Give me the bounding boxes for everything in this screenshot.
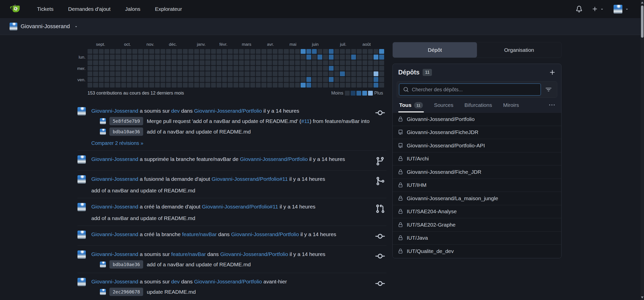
heatmap-cell	[256, 71, 261, 76]
heatmap-cell	[211, 71, 216, 76]
feed-link[interactable]: feature/navBar	[171, 251, 206, 257]
issue-link[interactable]: #11	[301, 118, 309, 124]
feed-link[interactable]: Giovanni-Josserand/Portfolio	[220, 251, 288, 257]
git-branch-icon	[375, 156, 385, 166]
feed-link[interactable]: Giovanni-Josserand	[91, 251, 138, 257]
repo-list-item[interactable]: Giovanni-Josserand/FicheJDR	[393, 126, 561, 139]
user-avatar[interactable]	[100, 262, 106, 268]
heatmap-cell	[245, 71, 249, 76]
heatmap-cell	[93, 60, 98, 65]
scrollbar-down-arrow[interactable]	[641, 296, 643, 298]
feed-link[interactable]: Giovanni-Josserand	[91, 176, 138, 182]
feed-link[interactable]: Giovanni-Josserand/Portfolio#11	[202, 204, 278, 209]
commit-hash-link[interactable]: bdba10ae36	[109, 127, 143, 136]
scrollbar-up-arrow[interactable]	[641, 2, 643, 4]
heatmap-cell	[211, 49, 216, 54]
heatmap-cell	[121, 55, 126, 59]
user-avatar[interactable]	[77, 175, 86, 184]
repo-list-item[interactable]: Giovanni-Josserand/Portfolio-API	[393, 139, 561, 152]
dashboard-switch-tabs: DépôtOrganisation	[392, 42, 561, 58]
user-avatar[interactable]	[77, 203, 86, 211]
gitea-logo-icon[interactable]: h	[10, 3, 21, 15]
commit-hash-link[interactable]: bdba10ae36	[109, 260, 143, 269]
repo-name: IUT/Archi	[407, 156, 429, 162]
nav-item-pull-requests[interactable]: Demandes d'ajout	[61, 0, 118, 18]
repo-list-item[interactable]: Giovanni-Josserand/La_maison_jungle	[393, 192, 561, 205]
repo-list-item[interactable]: Giovanni-Josserand/Fiche_JDR	[393, 165, 561, 179]
feed-link[interactable]: Giovanni-Josserand/Portfolio	[194, 108, 262, 114]
chevron-down-icon[interactable]	[74, 25, 78, 28]
user-avatar[interactable]	[77, 107, 86, 115]
scrollbar-thumb[interactable]	[641, 6, 643, 38]
feed-link[interactable]: Giovanni-Josserand/Portfolio	[231, 231, 299, 237]
heatmap-cell	[278, 71, 283, 76]
repo-list-item[interactable]: IUT/IHM	[393, 179, 561, 192]
repo-list-item[interactable]: IUT/Archi	[393, 152, 561, 166]
scrollbar[interactable]	[640, 0, 644, 300]
repo-filter-sources[interactable]: Sources	[434, 98, 453, 112]
heatmap-cell	[233, 83, 238, 88]
heatmap-cell	[368, 71, 373, 76]
heatmap-cell	[284, 83, 289, 88]
user-avatar[interactable]	[100, 289, 106, 295]
nav-item-milestones[interactable]: Jalons	[118, 0, 148, 18]
feed-link[interactable]: Giovanni-Josserand	[91, 231, 138, 237]
feed-title: Giovanni-Josserand a soumis sur feature/…	[91, 250, 370, 258]
feed-link[interactable]: dev	[171, 108, 180, 114]
commit-hash-link[interactable]: 5e8fd5e7b9	[109, 117, 143, 125]
heatmap-cell	[239, 55, 244, 59]
create-new-button[interactable]	[592, 6, 604, 12]
feed-link[interactable]: dev	[171, 279, 180, 284]
commit-hash-link[interactable]: 2ec2960678	[109, 288, 143, 296]
feed-link[interactable]: Giovanni-Josserand	[91, 156, 138, 162]
user-avatar[interactable]	[77, 278, 86, 286]
heatmap-cell	[160, 60, 165, 65]
feed-link[interactable]: feature/navBar	[182, 231, 217, 237]
new-repo-button[interactable]	[549, 69, 556, 76]
repo-filter-miroirs[interactable]: Miroirs	[503, 98, 519, 112]
heatmap-cell	[183, 83, 188, 88]
heatmap-cell	[374, 77, 378, 82]
feed-link[interactable]: Giovanni-Josserand/Portfolio	[240, 156, 308, 162]
feed-item: Giovanni-Josserand a fusionné la demande…	[77, 170, 386, 198]
dashboard-tab-dépôt[interactable]: Dépôt	[393, 42, 477, 58]
repo-list-item[interactable]: IUT/Java	[393, 232, 561, 245]
feed-link[interactable]: Giovanni-Josserand/Portfolio	[194, 279, 262, 284]
compare-revisions-link[interactable]: Comparer 2 révisions »	[91, 140, 143, 146]
user-menu-button[interactable]	[614, 5, 629, 14]
repo-list-item[interactable]: IUT/SAE204-Analyse	[393, 205, 561, 219]
repo-filter-more-button[interactable]	[549, 102, 555, 108]
user-avatar[interactable]	[77, 250, 86, 259]
repo-filter-button[interactable]	[542, 87, 555, 93]
user-avatar[interactable]	[77, 231, 86, 239]
repo-list-item[interactable]: Giovanni-Josserand/Portfolio	[393, 113, 561, 126]
repo-list-item[interactable]: IUT/SAE202-Graphe	[393, 218, 561, 232]
heatmap-cell	[127, 60, 132, 65]
heatmap-day-label: mer.	[77, 66, 86, 71]
heatmap-cell	[317, 83, 322, 88]
repo-search-input[interactable]	[412, 87, 537, 93]
heatmap-cell	[222, 60, 227, 65]
feed-link[interactable]: Giovanni-Josserand/Portfolio#11	[212, 176, 288, 182]
heatmap-cell	[346, 49, 350, 54]
heatmap-cell	[222, 55, 227, 59]
heatmap-cell	[115, 60, 120, 65]
nav-item-explore[interactable]: Explorateur	[148, 0, 189, 18]
commit-row: bdba10ae36 add of a navBar and update of…	[91, 260, 370, 269]
feed-link[interactable]: Giovanni-Josserand	[91, 204, 138, 209]
user-avatar[interactable]	[77, 155, 86, 164]
heatmap-cell	[172, 49, 176, 54]
notifications-button[interactable]	[576, 6, 582, 12]
heatmap-cell	[334, 60, 339, 65]
repo-filter-bifurcations[interactable]: Bifurcations	[464, 98, 492, 112]
repo-list-item[interactable]: IUT/Qualite_de_dev	[393, 245, 561, 258]
dashboard-tab-organisation[interactable]: Organisation	[477, 42, 561, 58]
filter-icon	[546, 87, 551, 93]
user-avatar[interactable]	[100, 129, 106, 135]
heatmap-cell	[295, 83, 300, 88]
nav-item-tickets[interactable]: Tickets	[30, 0, 61, 18]
feed-link[interactable]: Giovanni-Josserand	[91, 279, 138, 284]
feed-link[interactable]: Giovanni-Josserand	[91, 108, 138, 114]
repo-filter-tous[interactable]: Tous11	[399, 98, 423, 112]
user-avatar[interactable]	[100, 118, 106, 124]
